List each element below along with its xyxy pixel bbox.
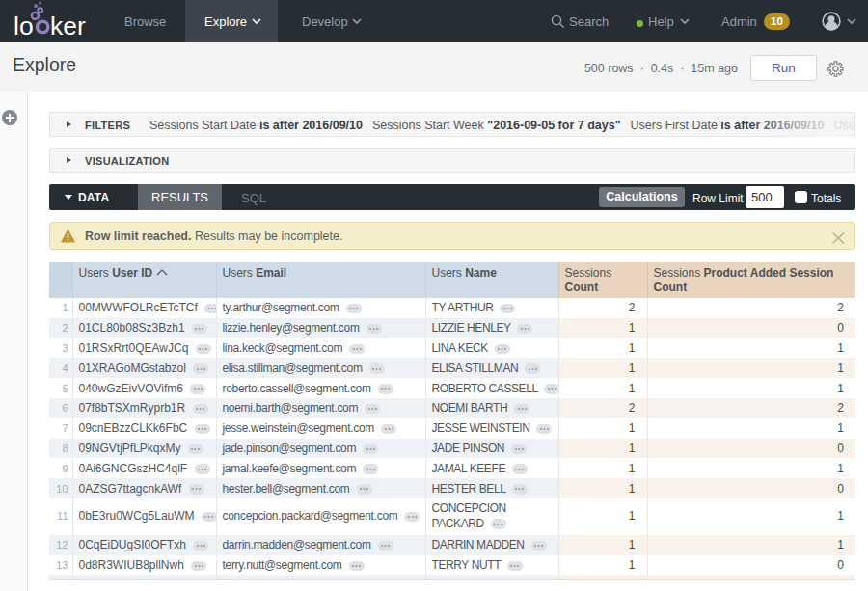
svg-text:lo: lo (14, 12, 34, 40)
svg-text:ker: ker (50, 12, 86, 40)
